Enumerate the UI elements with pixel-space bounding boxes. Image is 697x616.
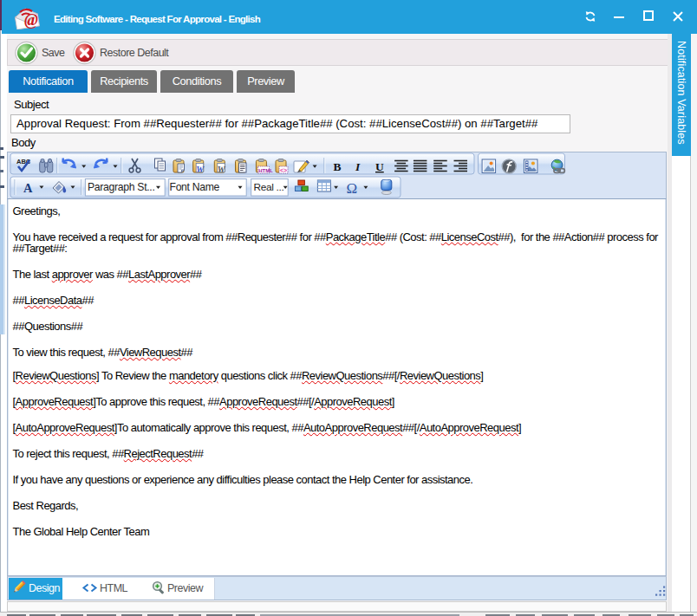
svg-text:Preview: Preview: [167, 582, 204, 594]
svg-text:Design: Design: [29, 582, 60, 594]
svg-text:A: A: [23, 181, 33, 195]
svg-text:Real ...: Real ...: [254, 181, 284, 193]
svg-text:@: @: [24, 10, 38, 29]
svg-text:I: I: [355, 160, 361, 173]
svg-text:Paragraph St...: Paragraph St...: [88, 181, 154, 193]
svg-text:U: U: [375, 160, 384, 173]
svg-text:Ω: Ω: [347, 180, 358, 197]
svg-text:W: W: [218, 165, 226, 174]
svg-text:B: B: [334, 160, 342, 173]
svg-text:HTML: HTML: [258, 168, 273, 173]
svg-text:W: W: [196, 165, 205, 174]
svg-text:HTML: HTML: [100, 582, 128, 594]
svg-text:<>: <>: [280, 167, 287, 173]
svg-text:Font Name: Font Name: [170, 181, 220, 193]
